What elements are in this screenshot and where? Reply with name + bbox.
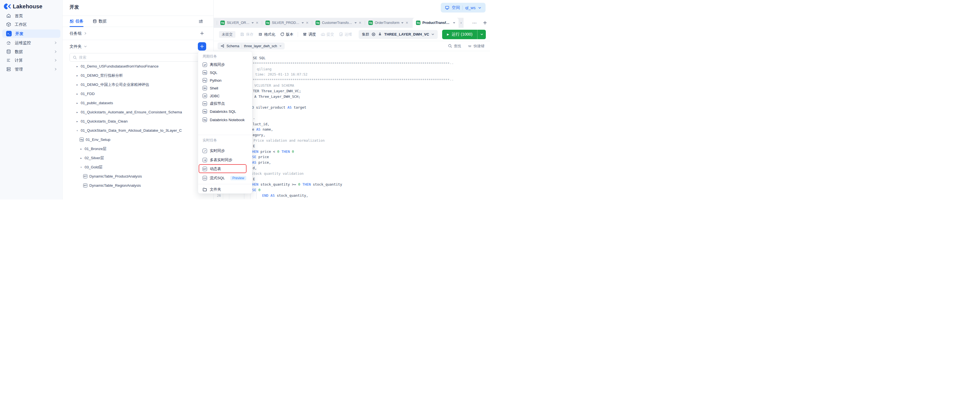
editor-tab-2[interactable]: SqSILVER_PRODUCT✕ [262,18,312,28]
tree-item[interactable]: ▸01_Bronze层 [63,144,213,154]
sidebar-item-label: 计算 [15,58,23,63]
folder-row: 文件夹 [63,40,213,53]
menu-item-1-4[interactable]: ShShell [198,84,252,92]
caret-down-icon[interactable] [251,22,254,24]
add-task-group-icon[interactable] [200,31,204,36]
find-button[interactable]: 查找 [448,44,461,49]
search-input[interactable] [79,55,202,59]
toolbar-button-label: 版本 [286,32,294,37]
tree-item[interactable]: ▾03_Gold层 [63,163,213,172]
tree-item[interactable]: ▸01_Quickstarts_Data_Clean [63,117,213,126]
menu-item-2-4[interactable]: CJ流式SQLPreview [198,174,252,182]
menu-item-1-3[interactable]: PyPython [198,76,252,84]
caret-expanded-icon[interactable]: ▾ [80,166,83,169]
caret-down-icon[interactable] [401,22,404,24]
sidebar-item-3[interactable]: >_开发 [2,30,60,38]
menu-item-1-8[interactable]: SqDatabricks Notebook [198,116,252,124]
editor-tab-4[interactable]: SqOrderTransform✕ [365,18,413,28]
caret-collapsed-icon[interactable]: ▸ [76,65,79,68]
tree-item[interactable]: ▸01_DEMO_中国上市公司企业家精神评估 [63,80,213,89]
new-tab-icon[interactable] [483,21,487,25]
editor-tab-5[interactable]: SqProductTransform [413,18,458,28]
menu-item-label: Shell [210,86,218,90]
tree-item[interactable]: ▸01_public_datasets [63,98,213,108]
caret-collapsed-icon[interactable]: ▸ [76,120,79,123]
close-icon[interactable]: ✕ [256,21,258,24]
sidebar-item-label: 数据 [15,49,23,54]
tree-item-label: 01_Quickstarts_Data_Clean [81,119,128,124]
menu-item-1-5[interactable]: JdJDBC [198,92,252,100]
toolbar-format-button[interactable]: 格式化 [258,32,275,37]
database-icon [93,19,97,23]
create-task-button[interactable] [198,42,206,51]
close-icon[interactable]: ✕ [359,21,361,24]
menu-item-label: 动态表 [210,166,221,171]
editor-tab-3[interactable]: SqCustomerTransform✕ [312,18,365,28]
caret-collapsed-icon[interactable]: ▸ [76,102,79,104]
tree-item[interactable]: ▸01_Quickstarts_Automate_and_Ensure_Cons… [63,108,213,117]
tree-item[interactable]: DTDynamicTable_ProductAnalysis [63,172,213,181]
menu-item-1-6[interactable]: Vn虚拟节点 [198,100,252,108]
caret-down-icon[interactable] [302,22,304,24]
run-options-button[interactable] [477,30,486,39]
tab-scroll-right-icon[interactable]: › [458,18,464,28]
tree-item[interactable]: ▸02_Silver层 [63,154,213,163]
tree-item[interactable]: ▸01_FDD [63,89,213,98]
sidebar-item-2[interactable]: 工作区 [2,20,60,28]
tab-tasks[interactable]: 任务 [70,16,83,27]
sidebar-item-5[interactable]: 数据 [2,48,60,56]
caret-collapsed-icon[interactable]: ▸ [80,157,83,160]
tree-item[interactable]: DTDynamicTable_RegionAnalysis [63,181,213,190]
caret-collapsed-icon[interactable]: ▸ [76,74,79,77]
caret-collapsed-icon[interactable]: ▸ [76,92,79,95]
find-label: 查找 [454,44,461,49]
caret-collapsed-icon[interactable]: ▸ [76,83,79,86]
caret-expanded-icon[interactable]: ▾ [76,129,79,132]
toolbar-schedule-button[interactable]: 调度 [303,32,316,37]
cluster-selector[interactable]: 集群 THREE_LAYER_DWH_VC [359,30,438,39]
caret-collapsed-icon[interactable]: ▸ [76,111,79,114]
menu-item-1-1[interactable]: ⇄离线同步 [198,61,252,69]
editor-tab-1[interactable]: SqSILVER_ORDER✕ [217,18,262,28]
schema-selector[interactable]: Schema three_layer_dwh_sch [218,43,285,49]
toolbar-button-label: 格式化 [264,32,275,37]
tree-item[interactable]: ▸01_DEMO_世行指标分析 [63,71,213,80]
task-badge-py: Py [202,78,207,82]
chevron-down-icon[interactable] [84,45,87,48]
sidebar-item-6[interactable]: 计算 [2,56,60,65]
shortcuts-button[interactable]: 快捷键 [468,44,484,49]
more-tabs-icon[interactable]: ⋯ [472,20,477,25]
tree-item[interactable]: ▾01_QuickStarts_Data_from_Alicloud_Datal… [63,126,213,135]
code-line: e AS name, [252,127,273,132]
caret-down-icon[interactable] [355,22,357,24]
close-icon[interactable]: ✕ [406,21,408,24]
menu-item-folder[interactable]: 文件夹 [198,185,252,194]
caret-collapsed-icon[interactable]: ▸ [80,147,83,150]
tree-item[interactable]: ▸01_Demo_USFundsdatasetfromYahooFinance [63,62,213,71]
toolbar-save-button: 保存 [240,32,253,37]
menu-item-2-2[interactable]: ⇉多表实时同步 [198,155,252,165]
logo[interactable]: Lakehouse [4,3,42,10]
filter-icon[interactable] [198,19,203,24]
menu-item-1-2[interactable]: SqSQL [198,69,252,76]
tab-data[interactable]: 数据 [93,16,107,27]
caret-down-icon [279,46,282,47]
tree-item[interactable]: Sq01_Env_Setup [63,135,213,144]
close-icon[interactable]: ✕ [306,21,309,24]
chevron-right-icon[interactable] [84,32,87,35]
menu-item-2-1[interactable]: ↗实时同步 [198,146,252,155]
dev-terminal-icon: >_ [6,31,12,36]
menu-divider [198,184,252,184]
code-editor[interactable]: 1234567891011121314151617181920212223242… [214,51,490,200]
sidebar-item-7[interactable]: 管理 [2,65,60,73]
schema-icon [221,44,224,48]
menu-item-2-3[interactable]: DT动态表 [198,165,252,173]
caret-down-icon[interactable] [453,22,455,24]
menu-item-1-7[interactable]: SqDatabricks SQL [198,108,252,115]
sidebar-item-1[interactable]: 首页 [2,12,60,20]
toolbar-version-button[interactable]: 版本 [280,32,294,37]
workspace-switcher[interactable]: 空间 ql_ws [441,3,485,13]
run-button[interactable]: ▶ 运行 (1000) [442,30,486,39]
code-line: TER Three_Layer_DWH_VC; [253,89,301,94]
sidebar-item-4[interactable]: 运维监控 [2,39,60,47]
